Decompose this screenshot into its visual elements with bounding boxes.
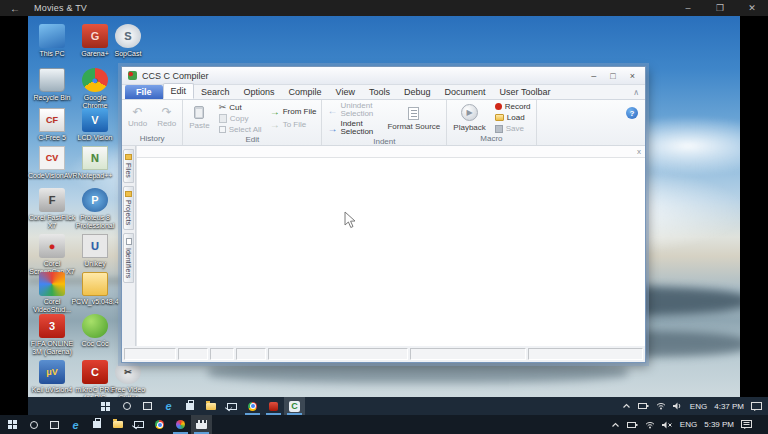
format-source-button[interactable]: Format Source — [384, 106, 443, 132]
playback-icon: ▶ — [461, 104, 478, 121]
save-button[interactable]: Save — [493, 124, 533, 133]
editor-canvas[interactable] — [137, 158, 645, 346]
desktop-icon-recycle-bin[interactable]: Recycle Bin — [28, 68, 76, 102]
desktop-icon-keil[interactable]: μV Keil uVision4 — [28, 360, 76, 394]
clock[interactable]: 5:39 PM — [704, 420, 734, 429]
load-icon — [495, 114, 504, 121]
start-button[interactable] — [2, 415, 23, 434]
network-icon[interactable] — [645, 421, 655, 429]
volume-muted-icon[interactable] — [662, 421, 673, 429]
files-folder-icon — [125, 154, 132, 160]
playback-button[interactable]: ▶ Playback — [450, 103, 488, 133]
redo-icon: ↷ — [162, 107, 172, 117]
load-button[interactable]: Load — [493, 113, 533, 122]
ribbon-group-indent: ← Unindent Selection → Indent Selection … — [322, 100, 447, 145]
tab-document[interactable]: Document — [438, 85, 493, 99]
tab-search[interactable]: Search — [194, 85, 237, 99]
ccs-close-icon[interactable]: × — [630, 71, 635, 81]
this-pc-icon — [39, 24, 65, 48]
copy-button[interactable]: Copy — [217, 114, 264, 123]
undo-button[interactable]: ↶ Undo — [125, 106, 150, 129]
paste-button[interactable]: Paste — [186, 105, 212, 131]
chrome-button[interactable] — [149, 415, 170, 434]
search-button[interactable] — [23, 415, 44, 434]
windows-logo-icon — [101, 402, 110, 411]
redo-button[interactable]: ↷ Redo — [154, 106, 179, 129]
record-button[interactable]: Record — [493, 102, 533, 111]
hidden-icons-chevron-icon[interactable] — [611, 421, 620, 429]
desktop-icon-video-cutter[interactable]: ✂ Free Video Cutter — [104, 360, 152, 402]
ccs-titlebar[interactable]: CCS C Compiler – □ × — [122, 67, 645, 85]
desktop-icon-codevision[interactable]: CV CodeVisionAVR — [28, 146, 76, 180]
tab-file[interactable]: File — [125, 85, 163, 99]
desktop-icon-this-pc[interactable]: This PC — [28, 24, 76, 58]
desktop-icon-proteus[interactable]: P Proteus 8 Professional — [71, 188, 119, 230]
media-app-button[interactable] — [170, 415, 191, 434]
volume-icon — [673, 402, 683, 410]
unikey-icon: U — [82, 234, 108, 258]
to-file-icon: → — [270, 119, 280, 130]
windows-logo-icon — [8, 420, 17, 429]
desktop-icon-lcd-vision[interactable]: V LCD Vision — [71, 108, 119, 142]
edge-button[interactable]: e — [65, 415, 86, 434]
desktop-icon-cfree[interactable]: CF C-Free 5 — [28, 108, 76, 142]
ccs-minimize-icon[interactable]: – — [591, 71, 596, 81]
restore-icon[interactable]: ❐ — [704, 0, 736, 16]
copy-icon — [219, 114, 227, 123]
close-icon[interactable]: ✕ — [736, 0, 768, 16]
store-button[interactable] — [86, 415, 107, 434]
tab-options[interactable]: Options — [237, 85, 282, 99]
file-explorer-button[interactable] — [107, 415, 128, 434]
minimize-icon[interactable]: – — [672, 0, 704, 16]
tab-debug[interactable]: Debug — [397, 85, 438, 99]
ccs-maximize-icon[interactable]: □ — [610, 71, 615, 81]
task-view-button[interactable] — [44, 415, 65, 434]
status-segment — [178, 348, 208, 360]
help-icon[interactable]: ? — [626, 107, 638, 119]
recorded-system-tray: ENG 4:37 PM — [622, 402, 768, 411]
tab-compile[interactable]: Compile — [282, 85, 329, 99]
editor-close-icon[interactable]: x — [637, 148, 641, 156]
letterbox-right — [740, 16, 768, 397]
battery-icon[interactable] — [627, 421, 638, 429]
tab-tools[interactable]: Tools — [362, 85, 397, 99]
desktop-icon-pcw-folder[interactable]: PCW_v5.048.4 — [71, 272, 119, 306]
desktop-icon-chrome[interactable]: ● Google Chrome — [71, 68, 119, 110]
back-icon[interactable]: ← — [0, 3, 30, 14]
desktop-icon-notepadpp[interactable]: N Notepad++ — [71, 146, 119, 180]
language-indicator[interactable]: ENG — [680, 420, 697, 429]
battery-icon — [638, 402, 649, 410]
from-file-button[interactable]: → From File — [268, 106, 319, 117]
recorded-start-button — [95, 397, 116, 415]
desktop-icon-videostudio[interactable]: Corel VideoStud... — [28, 272, 76, 314]
side-tab-identifiers[interactable]: Identifiers — [123, 233, 134, 283]
tab-edit[interactable]: Edit — [163, 83, 195, 99]
taskbar: e ENG 5:39 PM — [0, 415, 768, 434]
indent-selection-button[interactable]: → Indent Selection — [325, 120, 380, 136]
to-file-button[interactable]: → To File — [268, 119, 319, 130]
tab-user-toolbar[interactable]: User Toolbar — [493, 85, 558, 99]
ribbon-collapse-icon[interactable]: ∧ — [633, 88, 639, 99]
lcd-vision-icon: V — [82, 108, 108, 132]
cut-button[interactable]: ✂ Cut — [217, 102, 264, 112]
recorded-chrome-button — [242, 397, 263, 415]
desktop-icon-unikey[interactable]: U Unikey — [71, 234, 119, 268]
movies-tv-taskbar-button[interactable] — [191, 415, 212, 434]
desktop-icon-sopcast[interactable]: S SopCast — [104, 24, 152, 58]
mail-icon — [227, 403, 237, 410]
side-tab-projects[interactable]: Projects — [123, 186, 134, 230]
status-segment — [124, 348, 176, 360]
editor-tabstrip: x — [137, 146, 645, 158]
desktop-icon-screencap[interactable]: ● Corel ScreenCap X7 — [28, 234, 76, 276]
unindent-selection-button[interactable]: ← Unindent Selection — [325, 102, 380, 118]
desktop-icon-coccoc[interactable]: Cốc Cốc — [71, 314, 119, 348]
mail-button[interactable] — [128, 415, 149, 434]
select-all-button[interactable]: Select All — [217, 125, 264, 134]
screencap-icon: ● — [39, 234, 65, 258]
side-tab-files[interactable]: Files — [123, 149, 134, 183]
desktop-icon-fifa[interactable]: 3 FIFA ONLINE 3M (Garena) — [28, 314, 76, 356]
action-center-icon[interactable] — [741, 420, 752, 429]
desktop-icon-fastflick[interactable]: F Corel FastFlick X7 — [28, 188, 76, 230]
status-segment — [210, 348, 234, 360]
tab-view[interactable]: View — [329, 85, 362, 99]
